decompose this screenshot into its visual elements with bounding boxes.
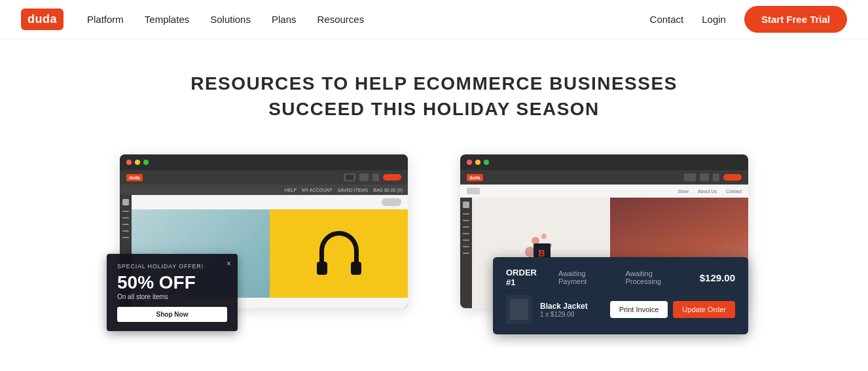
- logo[interactable]: duda: [21, 9, 63, 30]
- right-phone-icon: [713, 173, 719, 181]
- nav-right: Contact Login Start Free Trial: [650, 6, 847, 33]
- headphone-left: [317, 262, 327, 275]
- holiday-popup: × SPECIAL HOLIDAY OFFER! 50% OFF On all …: [107, 254, 238, 331]
- headphone-right: [351, 262, 361, 275]
- store-nav: Store About Us Contact: [460, 185, 748, 198]
- item-details: Black Jacket 1 x $129.00: [540, 302, 602, 318]
- dot-red: [126, 160, 132, 165]
- nav-solutions[interactable]: Solutions: [210, 14, 251, 25]
- right-side-icon-4: [463, 233, 469, 234]
- phone-icon: [372, 173, 379, 181]
- right-toolbar-icons: [684, 173, 742, 181]
- right-dot-yellow: [475, 160, 480, 165]
- nav-templates[interactable]: Templates: [145, 14, 189, 25]
- right-orange-pill: [723, 174, 742, 181]
- navbar: duda Platform Templates Solutions Plans …: [0, 0, 868, 39]
- right-side-icon-2: [463, 220, 469, 221]
- popup-close-icon[interactable]: ×: [226, 259, 231, 268]
- item-qty: 1 x $129.00: [540, 311, 602, 318]
- print-invoice-button[interactable]: Print Invoice: [610, 301, 668, 318]
- left-card: duda HELP MY ACCOUNT SAVED ITEMS BAG $0.…: [120, 154, 408, 325]
- update-order-button[interactable]: Update Order: [673, 301, 735, 318]
- right-logo-bar: [467, 188, 480, 194]
- contact-link[interactable]: Contact: [650, 14, 684, 25]
- popup-discount: 50% OFF: [117, 274, 227, 292]
- help-label: HELP: [285, 188, 297, 192]
- scatter-dot-2: [541, 234, 547, 239]
- order-number: ORDER #1: [506, 268, 548, 287]
- right-dot-green: [484, 160, 489, 165]
- order-status-1: Awaiting Payment: [558, 270, 615, 285]
- order-amount: $129.00: [700, 272, 735, 283]
- order-item: Black Jacket 1 x $129.00 Print Invoice U…: [506, 295, 735, 324]
- side-icon-2: [122, 217, 129, 219]
- bag-label: BAG $0.00 (0): [373, 188, 403, 192]
- right-card: duda Store About Us Contact: [460, 154, 748, 325]
- order-header: ORDER #1 Awaiting Payment Awaiting Proce…: [506, 268, 735, 287]
- right-monitor-icon: [684, 173, 696, 181]
- nav-plans[interactable]: Plans: [272, 14, 297, 25]
- browser-inner-bar: duda: [120, 170, 408, 185]
- right-duda-logo: duda: [467, 174, 483, 181]
- order-status-2: Awaiting Processing: [625, 270, 689, 285]
- nav-platform[interactable]: Platform: [87, 14, 124, 25]
- order-popup: ORDER #1 Awaiting Payment Awaiting Proce…: [493, 257, 748, 334]
- browser-toolbar: HELP MY ACCOUNT SAVED ITEMS BAG $0.00 (0…: [120, 185, 408, 195]
- nav-store: Store: [678, 189, 689, 194]
- right-pencil-icon: [463, 202, 469, 208]
- right-side-icon-6: [463, 246, 469, 247]
- headphones-section: [270, 209, 408, 298]
- headphones-visual: [316, 228, 362, 280]
- order-actions: Print Invoice Update Order: [610, 301, 735, 318]
- right-tablet-icon: [700, 173, 709, 181]
- nav-links: Platform Templates Solutions Plans Resou…: [87, 14, 650, 25]
- headphone-band: [319, 231, 359, 264]
- right-side-icons: [460, 198, 472, 308]
- hero-title: RESOURCES TO HELP ECOMMERCE BUSINESSES S…: [13, 71, 855, 122]
- logo-bar: [382, 198, 401, 206]
- cards-section: duda HELP MY ACCOUNT SAVED ITEMS BAG $0.…: [0, 141, 868, 351]
- jacket-icon: [510, 299, 528, 320]
- start-trial-button[interactable]: Start Free Trial: [744, 6, 847, 33]
- nav-contact: Contact: [726, 189, 742, 194]
- side-icon-3: [122, 224, 129, 225]
- nav-about: About Us: [698, 189, 717, 194]
- popup-sub: On all store items: [117, 293, 227, 300]
- right-side-icon-5: [463, 239, 469, 241]
- side-icon-5: [122, 237, 129, 238]
- side-icon-4: [122, 230, 129, 232]
- saved-label: SAVED ITEMS: [338, 188, 369, 192]
- monitor-icon: [344, 173, 355, 181]
- shop-now-button[interactable]: Shop Now: [117, 307, 227, 322]
- item-name: Black Jacket: [540, 302, 602, 311]
- right-browser-dots: [460, 154, 748, 170]
- right-inner-bar: duda: [460, 170, 748, 185]
- store-header: [132, 195, 408, 209]
- right-side-icon-1: [463, 213, 469, 215]
- hero-section: RESOURCES TO HELP ECOMMERCE BUSINESSES S…: [0, 39, 868, 141]
- right-dot-red: [467, 160, 472, 165]
- side-icon-1: [122, 211, 129, 212]
- right-side-icon-3: [463, 226, 469, 228]
- pencil-icon: [122, 199, 129, 205]
- browser-dots-bar: [120, 154, 408, 170]
- tablet-icon: [359, 173, 369, 181]
- right-side-icon-7: [463, 253, 469, 254]
- jacket-thumbnail: [506, 295, 532, 324]
- duda-logo-small: duda: [126, 174, 143, 181]
- popup-tag: SPECIAL HOLIDAY OFFER!: [117, 263, 227, 270]
- dot-green: [143, 160, 149, 165]
- dot-yellow: [135, 160, 140, 165]
- orange-pill: [383, 174, 401, 181]
- login-link[interactable]: Login: [702, 14, 726, 25]
- nav-resources[interactable]: Resources: [317, 14, 364, 25]
- account-label: MY ACCOUNT: [302, 188, 333, 192]
